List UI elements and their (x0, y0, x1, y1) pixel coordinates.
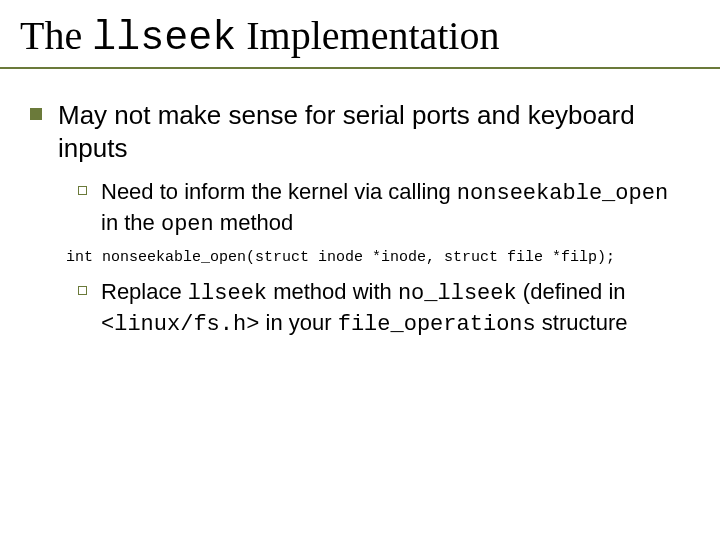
sub2-mid2: (defined in (517, 279, 626, 304)
sub2-code1: llseek (188, 281, 267, 306)
bullet-level2-a: Need to inform the kernel via calling no… (78, 178, 690, 239)
sub2-mid3: in your (259, 310, 337, 335)
sub1-mid: in the (101, 210, 161, 235)
sub1-post: method (214, 210, 294, 235)
sub1-text: Need to inform the kernel via calling no… (101, 178, 690, 239)
bullet1-text: May not make sense for serial ports and … (58, 99, 690, 164)
slide: The llseek Implementation May not make s… (0, 0, 720, 540)
sub2-mid1: method with (267, 279, 398, 304)
sub2-pre: Replace (101, 279, 188, 304)
hollow-square-bullet-icon (78, 186, 87, 195)
title-code: llseek (92, 16, 236, 61)
bullet-level1: May not make sense for serial ports and … (30, 99, 690, 164)
sub1-code1: nonseekable_open (457, 181, 668, 206)
title-underline (0, 67, 720, 69)
hollow-square-bullet-icon (78, 286, 87, 295)
sub1-pre: Need to inform the kernel via calling (101, 179, 457, 204)
title-pre: The (20, 13, 92, 58)
square-bullet-icon (30, 108, 42, 120)
bullet-level2-b: Replace llseek method with no_llseek (de… (78, 278, 690, 339)
code-line: int nonseekable_open(struct inode *inode… (66, 249, 690, 266)
slide-title: The llseek Implementation (0, 0, 720, 67)
sub2-code3: <linux/fs.h> (101, 312, 259, 337)
sub2-text: Replace llseek method with no_llseek (de… (101, 278, 690, 339)
sub1-code2: open (161, 212, 214, 237)
sub2-code4: file_operations (338, 312, 536, 337)
sub2-code2: no_llseek (398, 281, 517, 306)
title-post: Implementation (236, 13, 499, 58)
sub2-post: structure (536, 310, 628, 335)
slide-content: May not make sense for serial ports and … (0, 99, 720, 339)
